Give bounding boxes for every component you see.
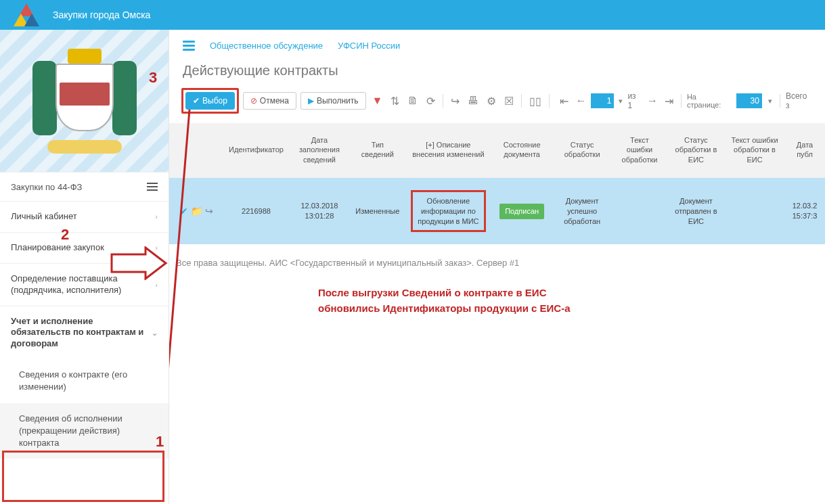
per-page: На странице: ▾ [687,93,774,109]
breadcrumb-discussion[interactable]: Общественное обсуждение [210,41,323,51]
cancel-icon: ⊘ [250,96,257,106]
cell-proc: Документ успешно обработан [552,178,612,245]
chevron-down-icon: ⌄ [152,328,158,338]
select-button-highlight: ✔ Выбор [181,88,239,114]
first-page-icon[interactable]: ⇤ [558,92,571,110]
next-page-icon[interactable]: → [645,92,660,110]
play-icon: ▶ [308,96,314,106]
sidebar: Закупки по 44-ФЗ Личный кабинет › Планир… [0,30,169,504]
content-area: Общественное обсуждение УФСИН России Дей… [169,30,825,504]
col-id[interactable]: Идентификатор [223,123,289,178]
sidebar-item-label: Учет и исполнение обязательств по контра… [11,316,152,350]
sidebar-section-44fz[interactable]: Закупки по 44-ФЗ [0,173,169,201]
note-line1: После выгрузки Сведений о контракте в ЕИ… [318,285,825,301]
annotation-note: После выгрузки Сведений о контракте в ЕИ… [169,281,825,316]
col-proc[interactable]: Статус обработки [552,123,612,178]
col-eis[interactable]: Статус обработки в ЕИС [667,123,725,178]
sidebar-item-label: Личный кабинет [11,211,77,223]
coat-of-arms [27,49,142,154]
grid-row[interactable]: ✔ 📁 ↪ 2216988 12.03.2018 13:01:28 Измене… [169,178,825,245]
note-line2: обновились Идентификаторы продукции с ЕИ… [318,301,825,317]
cell-eis-err [725,178,784,245]
cell-err [612,178,667,245]
cancel-button-label: Отмена [260,96,289,106]
list-icon[interactable] [183,41,195,51]
col-pub[interactable]: Дата публ [784,123,825,178]
col-date[interactable]: Дата заполнения сведений [289,123,350,178]
document-icon[interactable]: 🗎 [405,92,420,110]
cell-change: Обновление информации по продукции в МИС [411,190,486,233]
last-page-icon[interactable]: ⇥ [663,92,675,110]
col-type[interactable]: Тип сведений [350,123,405,178]
cell-date: 12.03.2018 13:01:28 [289,178,350,245]
page-dropdown-icon[interactable]: ▾ [617,94,625,108]
gear-icon[interactable]: ⚙ [485,92,498,110]
top-header: Закупки города Омска [0,0,825,30]
chevron-right-icon: › [155,243,158,252]
page-title: Действующие контракты [169,58,825,88]
grid: Идентификатор Дата заполнения сведений Т… [169,123,825,244]
filter-icon[interactable]: ▼ [370,92,385,110]
breadcrumb-ufsin[interactable]: УФСИН России [338,41,400,51]
book-icon[interactable]: ▯▯ [527,92,543,110]
chevron-right-icon: › [155,212,158,221]
pager: ⇤ ← ▾ из 1 → ⇥ [558,91,675,110]
col-change[interactable]: [+] Описание внесения изменений [405,123,491,178]
sidebar-sub-execution-info[interactable]: Сведения об исполнении (прекращении дейс… [0,403,169,459]
coat-of-arms-area [0,30,169,172]
sidebar-item-planning[interactable]: Планирование закупок › [0,233,169,263]
select-button-label: Выбор [202,96,227,106]
toolbar: ✔ Выбор ⊘ Отмена ▶ Выполнить ▼ ⇅ 🗎 ⟳ ↪ 🖶… [169,88,825,123]
sidebar-item-supplier[interactable]: Определение поставщика (подрядчика, испо… [0,264,169,306]
sidebar-item-label: Определение поставщика (подрядчика, испо… [11,273,155,296]
state-badge: Подписан [499,204,544,219]
print-icon[interactable]: 🖶 [466,92,481,110]
sidebar-sub-label: Сведения о контракте (его изменении) [19,369,127,392]
cancel-button[interactable]: ⊘ Отмена [243,92,296,110]
execute-button-label: Выполнить [317,96,359,106]
app-title: Закупки города Омска [53,9,150,20]
excel-icon[interactable]: ☒ [502,92,516,110]
hamburger-icon [147,181,158,193]
total-label: Всего з [786,91,813,110]
cell-id: 2216988 [223,178,289,245]
cell-pub: 12.03.2 15:37:3 [784,178,825,245]
per-page-dropdown-icon[interactable]: ▾ [766,94,774,108]
selected-icon[interactable]: ✔ [180,205,188,218]
prev-page-icon[interactable]: ← [573,92,588,110]
footer-text: Все права защищены. АИС <Государственный… [169,244,825,281]
grid-header-row: Идентификатор Дата заполнения сведений Т… [169,123,825,178]
sidebar-item-cabinet[interactable]: Личный кабинет › [0,202,169,232]
col-eis-err[interactable]: Текст ошибки обработки в ЕИС [725,123,784,178]
check-icon: ✔ [193,96,200,106]
export-icon[interactable]: ↪ [449,92,462,110]
sidebar-section-label: Закупки по 44-ФЗ [11,182,82,192]
select-button[interactable]: ✔ Выбор [185,92,235,110]
refresh-icon[interactable]: ⟳ [424,92,437,110]
col-actions [169,123,223,178]
chevron-right-icon: › [155,280,158,290]
col-err[interactable]: Текст ошибки обработки [612,123,667,178]
per-page-input[interactable] [736,93,762,108]
folder-icon[interactable]: 📁 [191,205,202,218]
col-state[interactable]: Состояние документа [491,123,552,178]
swap-icon[interactable]: ⇅ [388,92,401,110]
breadcrumb: Общественное обсуждение УФСИН России [169,30,825,58]
sidebar-item-contracts[interactable]: Учет и исполнение обязательств по контра… [0,306,169,360]
cell-eis: Документ отправлен в ЕИС [667,178,725,245]
sidebar-sub-contract-info[interactable]: Сведения о контракте (его изменении) [0,359,169,403]
per-page-label: На странице: [687,93,732,109]
page-of-label: из 1 [627,91,642,110]
cell-type: Измененные [350,178,405,245]
page-input[interactable] [591,93,614,108]
execute-button[interactable]: ▶ Выполнить [300,92,366,110]
sidebar-sub-label: Сведения об исполнении (прекращении дейс… [19,413,122,448]
share-icon[interactable]: ↪ [205,205,213,218]
sidebar-item-label: Планирование закупок [11,242,104,254]
app-logo [14,2,39,28]
row-action-icons: ✔ 📁 ↪ [180,205,213,218]
